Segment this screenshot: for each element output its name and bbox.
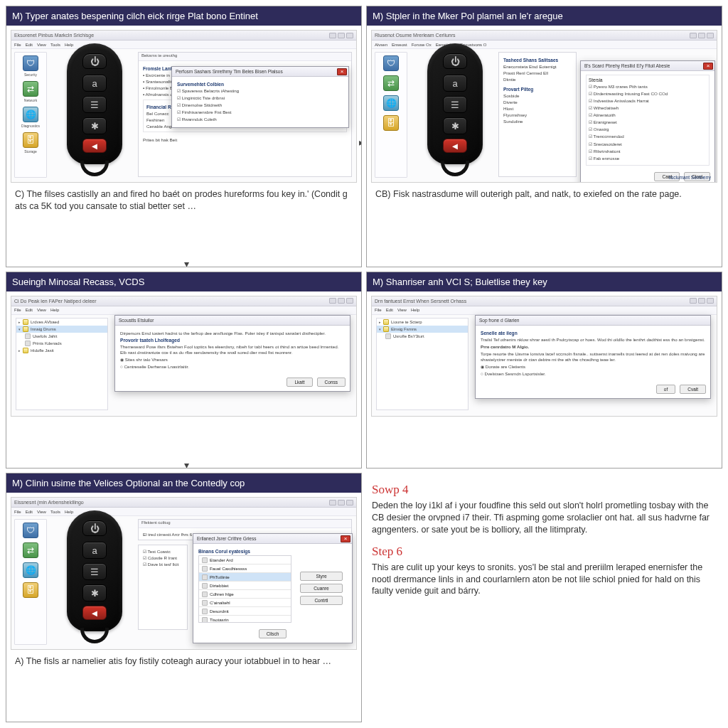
- tree-view[interactable]: ▸Lioune te Scterp ▾Einsig Fsmns Usrofle …: [376, 318, 469, 410]
- network-icon[interactable]: ⇄: [23, 81, 38, 97]
- panel-5-header: M) Clinin usime the Velices Optional an …: [6, 473, 361, 493]
- shield-icon[interactable]: 🛡: [23, 523, 38, 538]
- clear-button[interactable]: Cuanre: [300, 584, 343, 593]
- globe-icon[interactable]: 🌐: [23, 562, 38, 578]
- window-titlebar: Eksorenet Pinbus Markcln Srichisge: [11, 31, 356, 41]
- panel-4-screenshot: Drn fantuest Ernst When Sersnett Orhass …: [371, 296, 717, 417]
- close-icon[interactable]: ×: [337, 68, 347, 75]
- cancel-button[interactable]: Cvalt: [680, 385, 706, 394]
- tree-view[interactable]: ▸Lrdves AVbaed ▾Innaig Drums Usefols Jah…: [16, 318, 108, 410]
- dialog-title: Perfosm Sashars Snrethmy Tim Beles Bisen…: [176, 69, 283, 74]
- arrow-right-icon: ▸: [359, 136, 362, 148]
- panel-step-1: M) Typer anates bespening cilch eick rir…: [6, 6, 362, 267]
- close-button[interactable]: Cilsch: [259, 629, 287, 638]
- panel-1-screenshot: Eksorenet Pinbus Markcln Srichisge File …: [11, 30, 357, 183]
- close-icon[interactable]: ×: [341, 535, 350, 542]
- panel-3-header: Sueingh Minosal Recass, VCDS: [6, 272, 361, 291]
- dialog-selector: Erllanect Jsrer Crithre Griess × Binans …: [193, 533, 353, 643]
- fob-panic-button: ◄: [82, 139, 107, 153]
- action-button[interactable]: Lkatt: [287, 378, 312, 387]
- arrow-down-icon: ▾: [184, 459, 189, 469]
- panel-step-3: Sueingh Minosal Recass, VCDS Ci Do Peak …: [6, 272, 362, 469]
- cancel-button[interactable]: Conss: [317, 378, 346, 387]
- dialog-config: Scoustls Etsluilor Dirpersors Emd tosier…: [114, 315, 350, 392]
- storage-icon[interactable]: 🗄: [23, 582, 38, 598]
- panel-3-screenshot: Ci Do Peak len FAPer Natiped deleer File…: [11, 296, 357, 417]
- panel-1-description: C) The filses castislly an and fired ho …: [11, 183, 357, 215]
- key-fob-image: ⏻ a ☰ ✱ ◄: [55, 43, 134, 164]
- panel-5-description: A) The fisls ar namelier atis foy fistil…: [11, 650, 357, 670]
- shield-icon[interactable]: 🛡: [383, 55, 399, 71]
- panel-step-2: M) Stpler in the Mker Pol plamel an le'r…: [366, 6, 722, 267]
- window-title: Eksorenet Pinbus Markcln Srichisge: [14, 33, 94, 38]
- arrow-down-icon: ▾: [184, 258, 189, 267]
- control-button[interactable]: Contrtl: [300, 596, 343, 605]
- fob-trunk-button: ✱: [82, 117, 107, 134]
- list-box[interactable]: Etander Ard Fauel Caxdhiessss PhTutlinte…: [198, 555, 291, 623]
- select-button[interactable]: Styre: [300, 572, 343, 581]
- panel-2-description: CB) Fisk nastrasdume will outerigh palt,…: [371, 183, 717, 203]
- fob-unlock-button: ☰: [82, 96, 107, 113]
- panel-steps-text: Sowp 4 Deden the loy i1kl af i your foud…: [366, 473, 722, 722]
- dialog-settings: Perfosm Sashars Snrethmy Tim Beles Bisen…: [171, 66, 349, 128]
- key-fob-image: ⏻ a ☰ ✱ ◄: [55, 510, 134, 631]
- storage-icon[interactable]: 🗄: [23, 132, 38, 148]
- step-4-title: Sowp 4: [372, 483, 717, 497]
- step-4-text: Deden the loy i1kl af i your foudfine th…: [372, 500, 717, 536]
- fob-lock-button: a: [82, 75, 107, 92]
- step-6-title: Step 6: [372, 545, 717, 559]
- panel-4-header: M) Shanriser anh VCI S; Buletlise they k…: [367, 272, 722, 291]
- shield-icon[interactable]: 🛡: [23, 55, 38, 71]
- close-icon[interactable]: ×: [703, 63, 713, 70]
- panel-step-4: M) Shanriser anh VCI S; Buletlise they k…: [366, 272, 722, 469]
- fob-power-button: ⏻: [82, 53, 107, 69]
- dialog-config: Sop frone d Glarien Senelle ate ilegn Tr…: [475, 315, 711, 399]
- network-icon[interactable]: ⇄: [383, 75, 399, 91]
- globe-icon[interactable]: 🌐: [23, 107, 38, 122]
- panel-2-screenshot: Riusenot Osume Mrerleam Cerliunrs Alvsen…: [371, 30, 717, 183]
- network-icon[interactable]: ⇄: [23, 542, 38, 558]
- panel-1-header: M) Typer anates bespening cilch eick rir…: [6, 6, 361, 26]
- panel-5-screenshot: Eissnesnt (min Arbensheldlingo FileEditV…: [11, 497, 357, 650]
- options-list: Test Coastc Cdostle R Irant Dave bt tesf…: [138, 545, 188, 630]
- panel-2-header: M) Stpler in the Mker Pol plamel an le'r…: [367, 6, 722, 26]
- category-panel: Tasheed Shans Salitsaes Eneconsteta Etsd…: [498, 52, 577, 177]
- ok-button[interactable]: of: [656, 385, 675, 394]
- sidebar: 🛡 Security ⇄ Network 🌐 Diagnostics 🗄 Sto…: [14, 52, 47, 178]
- window-controls[interactable]: [329, 33, 353, 38]
- panel-step-5: M) Clinin usime the Velices Optional an …: [6, 473, 362, 722]
- globe-icon[interactable]: 🌐: [383, 95, 399, 111]
- storage-icon[interactable]: 🗄: [383, 115, 399, 131]
- step-6-text: This are culit up your keys to sronits. …: [372, 562, 717, 598]
- dialog-options: B's Scard Pbrehy Resliid El'y Fltoll Abe…: [580, 60, 715, 183]
- key-fob-image: ⏻ a ☰ ✱ ◄: [416, 43, 494, 164]
